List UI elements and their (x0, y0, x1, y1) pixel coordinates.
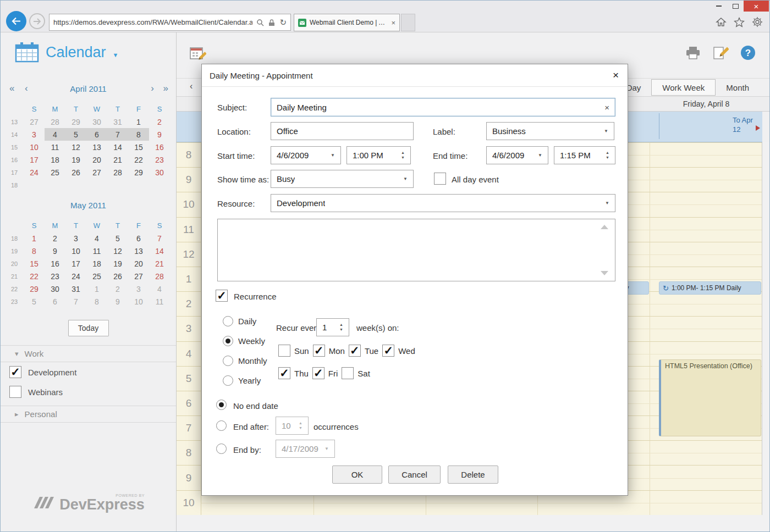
calendar-date-cell[interactable]: 22 (128, 153, 149, 166)
calendar-date-cell[interactable]: 4 (45, 128, 65, 141)
calendar-date-cell[interactable]: 10 (65, 245, 86, 257)
recur-day-wed[interactable]: ✓Wed (382, 345, 415, 357)
calendar-date-cell[interactable]: 2 (107, 282, 128, 295)
group-work[interactable]: ▾ Work (1, 345, 176, 362)
address-bar[interactable]: https://demos.devexpress.com/RWA/Webmail… (49, 14, 291, 31)
calendar-date-cell[interactable]: 10 (24, 141, 45, 153)
checkbox[interactable] (9, 386, 21, 398)
refresh-icon[interactable]: ↻ (279, 18, 287, 27)
calendar-date-cell[interactable]: 20 (128, 257, 149, 270)
delete-button[interactable]: Delete (448, 465, 498, 484)
calendar-date-cell[interactable]: 7 (149, 232, 170, 245)
start-date-dropdown[interactable]: 4/6/2009 ▼ (271, 146, 341, 164)
recurrence-pattern-radio-weekly[interactable] (223, 336, 233, 346)
dropdown-arrow-icon[interactable]: ▼ (331, 153, 335, 158)
calendar-date-cell[interactable]: 9 (45, 245, 65, 257)
checkbox[interactable]: ✓ (9, 366, 21, 378)
chevron-down-icon[interactable]: ▼ (113, 52, 119, 58)
appointment[interactable]: HTML5 Presentation (Office) (659, 359, 761, 436)
calendar-date-cell[interactable]: 27 (86, 166, 107, 179)
calendar-date-cell[interactable]: 21 (107, 153, 128, 166)
calendar-date-cell[interactable]: 28 (149, 270, 170, 282)
dropdown-arrow-icon[interactable]: ▼ (403, 176, 408, 181)
calendar-date-cell[interactable]: 12 (107, 245, 128, 257)
calendar-list-item-development[interactable]: ✓Development (1, 362, 176, 382)
calendar-date-cell[interactable]: 30 (45, 282, 65, 295)
allday-event[interactable]: To Apr 12 (659, 113, 761, 139)
recur-day-mon[interactable]: ✓Mon (313, 345, 345, 357)
dropdown-arrow-icon[interactable]: ▼ (324, 446, 329, 451)
subject-input[interactable]: Daily Meeting × (271, 98, 615, 117)
calendar-date-cell[interactable]: 9 (149, 128, 170, 141)
recurrence-checkbox[interactable]: ✓ (216, 290, 228, 302)
spin-up-icon[interactable]: ▲ (299, 422, 302, 425)
no-end-date-radio[interactable] (216, 400, 227, 410)
show-time-as-dropdown[interactable]: Busy ▼ (271, 170, 414, 188)
recur-every-spinner[interactable]: 1 ▲▼ (316, 318, 349, 336)
recurrence-pattern-radio-yearly[interactable] (223, 375, 233, 386)
calendar-date-cell[interactable]: 2 (149, 115, 170, 128)
checkbox[interactable]: ✓ (382, 345, 394, 357)
calendar-date-cell[interactable]: 25 (86, 270, 107, 282)
calendar-date-cell[interactable]: 30 (149, 166, 170, 179)
spin-up-icon[interactable]: ▲ (339, 323, 343, 326)
calendar-date-cell[interactable]: 10 (128, 295, 149, 308)
end-after-spinner[interactable]: 10 ▲▼ (276, 417, 309, 435)
appointment[interactable]: ↻1:00 PM- 1:15 PM Daily (659, 281, 761, 295)
calendar-date-cell[interactable]: 8 (128, 128, 149, 141)
calendar-date-cell[interactable]: 9 (107, 295, 128, 308)
calendar-date-cell[interactable]: 7 (65, 295, 86, 308)
calendar-date-cell[interactable]: 4 (86, 232, 107, 245)
recurrence-pattern-label[interactable]: Weekly (238, 336, 265, 346)
recur-day-fri[interactable]: ✓Fri (312, 367, 338, 379)
checkbox[interactable]: ✓ (313, 345, 325, 357)
end-time-spinner[interactable]: 1:15 PM ▲▼ (554, 146, 615, 164)
all-day-checkbox[interactable] (434, 173, 446, 185)
calendar-date-cell[interactable]: 27 (24, 115, 45, 128)
dropdown-arrow-icon[interactable]: ▼ (604, 129, 608, 134)
calendar-date-cell[interactable]: 29 (128, 166, 149, 179)
calendar-date-cell[interactable]: 5 (107, 232, 128, 245)
start-time-spinner[interactable]: 1:00 PM ▲▼ (346, 146, 411, 164)
calendar-date-cell[interactable]: 2 (45, 232, 65, 245)
calendar-date-cell[interactable]: 24 (65, 270, 86, 282)
calendar-date-cell[interactable]: 28 (107, 166, 128, 179)
calendar-date-cell[interactable]: 17 (65, 257, 86, 270)
calendar-date-cell[interactable]: 13 (128, 245, 149, 257)
calendar-date-cell[interactable]: 3 (24, 128, 45, 141)
calendar-date-cell[interactable]: 14 (107, 141, 128, 153)
end-after-radio[interactable] (216, 420, 227, 431)
calendar-date-cell[interactable]: 27 (128, 270, 149, 282)
spin-up-icon[interactable]: ▲ (606, 151, 609, 154)
scroll-up-icon[interactable] (601, 225, 608, 229)
calendar-date-cell[interactable]: 6 (128, 232, 149, 245)
new-appointment-icon[interactable] (189, 45, 206, 62)
description-textarea[interactable] (217, 219, 615, 281)
today-button[interactable]: Today (68, 320, 109, 336)
home-icon[interactable] (716, 17, 727, 27)
label-dropdown[interactable]: Business ▼ (486, 122, 614, 140)
calendar-date-cell[interactable]: 8 (86, 295, 107, 308)
search-icon[interactable] (256, 19, 264, 26)
calendar-date-cell[interactable]: 19 (107, 257, 128, 270)
calendar-date-cell[interactable]: 13 (86, 141, 107, 153)
calendar-date-cell[interactable]: 16 (45, 257, 65, 270)
end-by-dropdown[interactable]: 4/17/2009 ▼ (276, 440, 335, 458)
recur-day-sat[interactable]: Sat (342, 367, 370, 379)
calendar-date-cell[interactable]: 4 (149, 282, 170, 295)
tab-close-icon[interactable]: × (391, 19, 395, 27)
dropdown-arrow-icon[interactable]: ▼ (538, 153, 542, 158)
calendar-date-cell[interactable]: 1 (128, 115, 149, 128)
checkbox[interactable]: ✓ (349, 345, 361, 357)
calendar-date-cell[interactable]: 17 (24, 153, 45, 166)
settings-gear-icon[interactable] (752, 16, 763, 27)
calendar-date-cell[interactable]: 3 (128, 282, 149, 295)
help-icon[interactable]: ? (740, 45, 756, 61)
calendar-date-cell[interactable]: 31 (107, 115, 128, 128)
calendar-date-cell[interactable]: 22 (24, 270, 45, 282)
checkbox[interactable] (342, 367, 354, 379)
calendar-date-cell[interactable]: 7 (107, 128, 128, 141)
dropdown-arrow-icon[interactable]: ▼ (605, 201, 609, 206)
scroll-back-icon[interactable]: ‹ (190, 81, 193, 91)
recur-day-sun[interactable]: Sun (278, 345, 309, 357)
